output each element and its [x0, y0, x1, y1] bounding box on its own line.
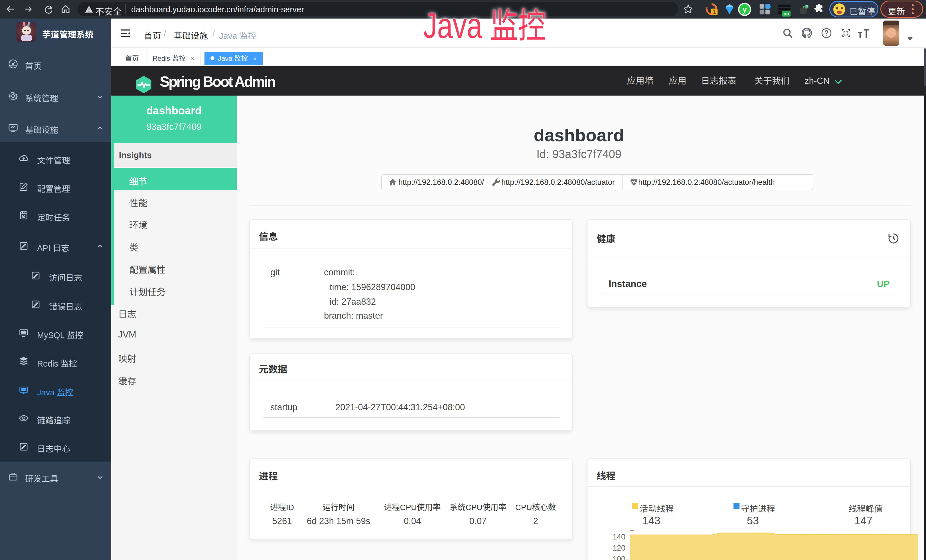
svg-text:on: on — [784, 11, 789, 16]
svg-text:1: 1 — [713, 9, 716, 15]
svg-text:y: y — [742, 5, 747, 14]
